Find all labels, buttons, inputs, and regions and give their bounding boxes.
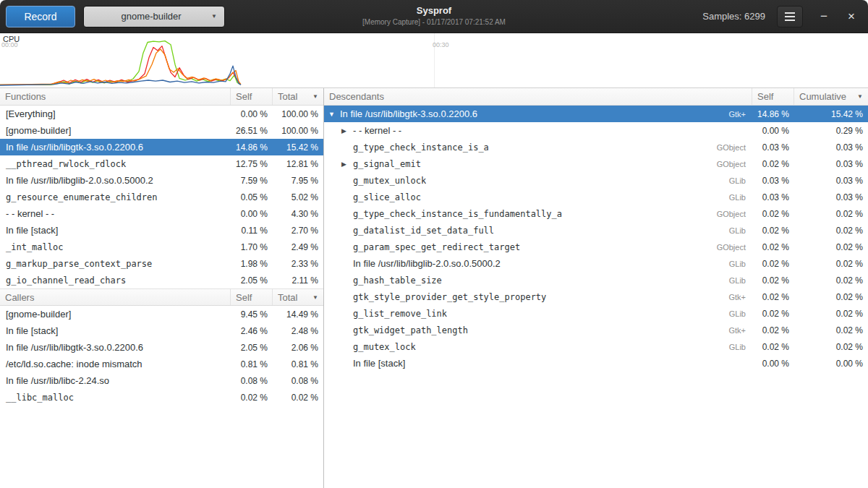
chevron-down-icon: ▼ <box>211 13 217 20</box>
descendant-row[interactable]: g_list_remove_linkGLib0.02 %0.02 % <box>324 305 868 322</box>
descendant-row[interactable]: g_param_spec_get_redirect_targetGObject0… <box>324 239 868 255</box>
self-percent: 0.02 % <box>752 209 794 219</box>
cumulative-percent: 0.02 % <box>794 242 868 252</box>
total-percent: 100.00 % <box>273 126 323 136</box>
cumulative-percent: 0.02 % <box>794 259 868 269</box>
function-row[interactable]: _int_malloc1.70 %2.49 % <box>0 239 323 255</box>
cpu-graph[interactable]: CPU 00:00 00:30 <box>0 33 868 88</box>
function-row[interactable]: g_resource_enumerate_children0.05 %5.02 … <box>0 189 323 205</box>
total-column-header[interactable]: Total ▼ <box>273 88 323 105</box>
function-row[interactable]: In file [stack]0.11 %2.70 % <box>0 222 323 239</box>
cumulative-percent: 0.00 % <box>794 359 868 369</box>
samples-count: Samples: 6299 <box>702 11 765 22</box>
caller-row[interactable]: [gnome-builder]9.45 %14.49 % <box>0 306 323 322</box>
left-panel: Functions Self Total ▼ [Everything]0.00 … <box>0 88 324 488</box>
function-row[interactable]: g_markup_parse_context_parse1.98 %2.33 % <box>0 255 323 272</box>
self-column-header[interactable]: Self <box>752 88 794 105</box>
caller-row[interactable]: In file /usr/lib/libgtk-3.so.0.2200.62.0… <box>0 339 323 356</box>
descendant-name: g_param_spec_get_redirect_target <box>353 242 520 252</box>
cumulative-percent: 0.02 % <box>794 292 868 302</box>
self-percent: 0.02 % <box>752 259 794 269</box>
function-row-name: In file [stack] <box>0 225 231 236</box>
expander-icon[interactable]: ▶ <box>341 127 353 134</box>
descendant-name-cell: In file [stack] <box>324 358 752 369</box>
library-tag: GLib <box>729 260 752 268</box>
descendant-row[interactable]: g_mutex_lockGLib0.02 %0.02 % <box>324 338 868 355</box>
descendant-row[interactable]: gtk_widget_path_lengthGtk+0.02 %0.02 % <box>324 322 868 338</box>
descendant-row[interactable]: g_slice_allocGLib0.03 %0.03 % <box>324 189 868 205</box>
expander-icon[interactable]: ▶ <box>341 160 353 168</box>
cumulative-percent: 0.02 % <box>794 325 868 335</box>
descendant-row[interactable]: ▼In file /usr/lib/libgtk-3.so.0.2200.6Gt… <box>324 106 868 122</box>
descendant-name-cell: g_param_spec_get_redirect_targetGObject <box>324 242 752 252</box>
total-column-header[interactable]: Total ▼ <box>273 289 323 305</box>
self-percent: 0.11 % <box>231 226 273 236</box>
close-button[interactable]: × <box>841 6 862 27</box>
descendant-name: gtk_widget_path_length <box>353 325 468 335</box>
cumulative-percent: 0.02 % <box>794 226 868 236</box>
descendant-row[interactable]: g_type_check_instance_is_fundamentally_a… <box>324 205 868 222</box>
descendant-row[interactable]: g_type_check_instance_is_aGObject0.03 %0… <box>324 139 868 155</box>
function-row[interactable]: [gnome-builder]26.51 %100.00 % <box>0 122 323 139</box>
descendants-panel: Descendants Self Cumulative ▼ ▼In file /… <box>324 88 868 488</box>
self-percent: 0.02 % <box>752 309 794 319</box>
cumulative-percent: 0.29 % <box>794 126 868 136</box>
descendant-row[interactable]: gtk_style_provider_get_style_propertyGtk… <box>324 288 868 305</box>
function-row[interactable]: __pthread_rwlock_rdlock12.75 %12.81 % <box>0 155 323 172</box>
caller-row[interactable]: In file /usr/lib/libc-2.24.so0.08 %0.08 … <box>0 372 323 389</box>
descendant-row[interactable]: g_mutex_unlockGLib0.03 %0.03 % <box>324 172 868 189</box>
library-tag: Gtk+ <box>728 293 752 301</box>
function-row[interactable]: In file /usr/lib/libglib-2.0.so.0.5000.2… <box>0 172 323 189</box>
function-row-name: g_resource_enumerate_children <box>0 192 231 202</box>
self-percent: 0.02 % <box>752 275 794 286</box>
expander-icon[interactable]: ▼ <box>328 111 340 118</box>
self-percent: 2.05 % <box>231 343 273 353</box>
self-column-header[interactable]: Self <box>231 289 273 305</box>
descendant-name: g_datalist_id_set_data_full <box>353 226 494 236</box>
library-tag: GObject <box>717 243 752 252</box>
app-title: Sysprof <box>362 5 506 16</box>
self-percent: 0.03 % <box>752 142 794 153</box>
caller-row[interactable]: In file [stack]2.46 %2.48 % <box>0 322 323 339</box>
cumulative-percent: 0.02 % <box>794 209 868 219</box>
descendant-row[interactable]: In file /usr/lib/libglib-2.0.so.0.5000.2… <box>324 255 868 272</box>
record-button[interactable]: Record <box>6 6 75 27</box>
library-tag: GLib <box>729 226 752 235</box>
descendant-row[interactable]: In file [stack]0.00 %0.00 % <box>324 355 868 372</box>
functions-column-header[interactable]: Functions <box>0 88 231 105</box>
descendant-row[interactable]: g_datalist_id_set_data_fullGLib0.02 %0.0… <box>324 222 868 239</box>
function-row[interactable]: [Everything]0.00 %100.00 % <box>0 106 323 122</box>
descendant-row[interactable]: ▶g_signal_emitGObject0.02 %0.03 % <box>324 155 868 172</box>
process-selector-dropdown[interactable]: gnome-builder ▼ <box>83 6 225 27</box>
time-tick-mid: 00:30 <box>433 41 449 48</box>
function-row[interactable]: In file /usr/lib/libgtk-3.so.0.2200.614.… <box>0 139 323 155</box>
self-percent: 7.59 % <box>231 176 273 186</box>
descendant-row[interactable]: g_hash_table_sizeGLib0.02 %0.02 % <box>324 272 868 288</box>
menu-button[interactable] <box>777 6 803 27</box>
descendant-name-cell: g_slice_allocGLib <box>324 192 752 202</box>
function-row-name: [gnome-builder] <box>0 125 231 136</box>
functions-list: [Everything]0.00 %100.00 %[gnome-builder… <box>0 106 323 288</box>
cumulative-percent: 15.42 % <box>794 109 868 119</box>
sort-indicator-icon: ▼ <box>312 294 318 301</box>
descendant-row[interactable]: ▶- - kernel - -0.00 %0.29 % <box>324 122 868 139</box>
self-column-header[interactable]: Self <box>231 88 273 105</box>
total-percent: 12.81 % <box>273 159 323 169</box>
total-percent: 14.49 % <box>273 309 323 320</box>
total-percent: 5.02 % <box>273 192 323 202</box>
caller-row[interactable]: __libc_malloc0.02 %0.02 % <box>0 389 323 406</box>
caller-row-name: In file [stack] <box>0 325 231 336</box>
descendant-name-cell: g_mutex_unlockGLib <box>324 176 752 186</box>
descendants-column-header[interactable]: Descendants <box>324 88 752 105</box>
function-row[interactable]: g_io_channel_read_chars2.05 %2.11 % <box>0 272 323 288</box>
caller-row[interactable]: /etc/ld.so.cache: inode mismatch0.81 %0.… <box>0 356 323 372</box>
self-percent: 26.51 % <box>231 126 273 136</box>
function-row[interactable]: - - kernel - -0.00 %4.30 % <box>0 205 323 222</box>
self-percent: 0.02 % <box>752 342 794 352</box>
cpu-series-cpu-orange <box>0 49 241 85</box>
cumulative-column-header[interactable]: Cumulative ▼ <box>794 88 868 105</box>
cumulative-percent: 0.02 % <box>794 309 868 319</box>
callers-column-header[interactable]: Callers <box>0 289 231 305</box>
minimize-button[interactable]: − <box>813 6 835 27</box>
descendant-name: g_list_remove_link <box>353 309 447 319</box>
